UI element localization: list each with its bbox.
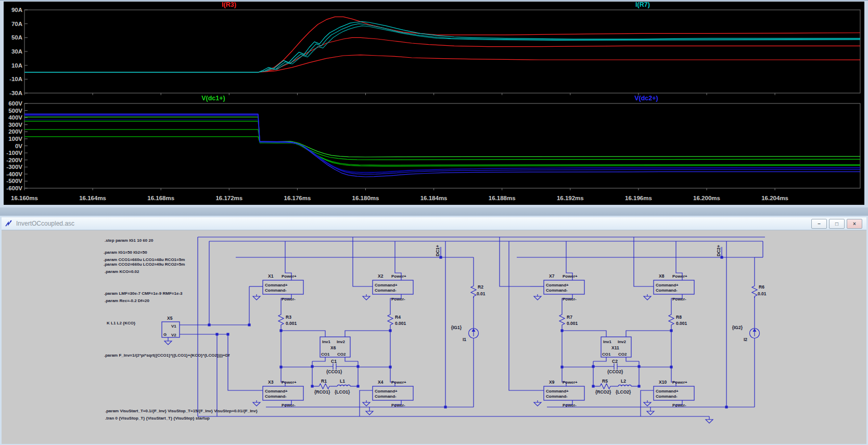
window-title: InvertOCcoupled.asc (16, 220, 74, 227)
component-value[interactable]: {RCO2} (595, 389, 611, 395)
schematic-texts: .step param IG1 10 60 20.param IG1=50 IG… (104, 238, 767, 421)
schematic-label: Power- (282, 297, 296, 302)
plot-pane-currents[interactable]: 90A70A50A30A10A-10A-30AI(R3)I(R7) (9, 2, 860, 96)
block-name[interactable]: X8 (659, 273, 665, 279)
x-tick-label: 16.164ms (79, 195, 106, 201)
schematic-label: Command+ (375, 283, 398, 287)
trace-legend[interactable]: I(R7) (635, 2, 650, 8)
spice-directive[interactable]: .param Rec=-0.2 Df=20 (105, 298, 149, 303)
trace-legend[interactable]: V(dc2+) (634, 95, 658, 102)
component-value[interactable]: {CCO1} (326, 369, 342, 374)
x-tick-label: 16.168ms (147, 195, 174, 201)
spice-directive[interactable]: .tran 0 {VisuStop_T} {VisuStart_T} {Visu… (105, 416, 210, 421)
schematic-label: CO1 (602, 352, 611, 357)
spice-directive[interactable]: .param KCO=0.02 (105, 269, 139, 274)
spice-directive[interactable]: .param CCO1=660u LCO1=48u RCO1=5m (104, 257, 185, 262)
y-tick-label: -500V (6, 178, 22, 184)
component-name[interactable]: R8 (676, 315, 682, 320)
component-value[interactable]: {IG2} (732, 325, 743, 330)
schematic-label: Command- (265, 394, 287, 399)
close-button[interactable]: × (847, 219, 862, 229)
schematic-label: Power+ (672, 380, 687, 385)
block-name[interactable]: X11 (611, 345, 619, 350)
component-name[interactable]: C1 (331, 359, 337, 364)
y-tick-label: 10A (11, 62, 22, 69)
component-value[interactable]: {LCO1} (335, 389, 350, 395)
spice-directive[interactable]: .param F_Inv=1/(2*pi*sqrt({CCO1}*({LCO1}… (104, 353, 230, 358)
schematic-label: G (163, 332, 167, 337)
block-name[interactable]: X2 (378, 273, 384, 279)
schematic-titlebar[interactable]: InvertOCcoupled.asc – □ × (2, 217, 866, 230)
component-name[interactable]: L1 (340, 378, 345, 384)
y-tick-label: 200V (8, 128, 22, 135)
component-name[interactable]: R3 (286, 315, 291, 320)
trace-legend[interactable]: V(dc1+) (201, 95, 225, 102)
schematic-label: Power- (282, 403, 296, 408)
schematic-label: Power- (391, 403, 405, 408)
waveform-plot[interactable]: 90A70A50A30A10A-10A-30AI(R3)I(R7)600V500… (4, 2, 864, 205)
schematic-canvas[interactable]: .step param IG1 10 60 20.param IG1=50 IG… (2, 230, 866, 444)
component-value[interactable]: 0.01 (758, 291, 767, 296)
spice-directive[interactable]: .param VisuStart_T=0.1/{F_Inv} VisuStop_… (105, 409, 258, 413)
x-tick-label: 16.160ms (11, 195, 38, 201)
block-name[interactable]: X9 (549, 379, 555, 385)
component-name[interactable]: C2 (612, 359, 618, 364)
plot-pane-voltages[interactable]: 600V500V400V300V200V100V0V-100V-200V-300… (6, 95, 860, 191)
schematic-label: Command+ (265, 283, 288, 287)
spice-directive[interactable]: .step param IG1 10 60 20 (105, 238, 154, 243)
component-name[interactable]: I1 (463, 337, 466, 342)
net-label[interactable]: DC2+ (716, 245, 721, 256)
spice-directive[interactable]: .param IG1=50 IG2=50 (104, 250, 147, 255)
y-tick-label: 400V (8, 114, 22, 121)
spice-directive[interactable]: .param CCO2=660u LCO2=49u RCO2=5m (104, 262, 185, 267)
waveform-trace (24, 117, 860, 157)
component-value[interactable]: {IG1} (451, 325, 462, 330)
component-name[interactable]: I2 (744, 337, 747, 342)
component-value[interactable]: 0.001 (286, 321, 297, 326)
component-value[interactable]: {CCO2} (607, 369, 623, 374)
schematic-label: Power+ (672, 274, 687, 279)
schematic-label: Power- (672, 297, 686, 302)
y-tick-label: 50A (11, 34, 22, 41)
x-tick-label: 16.188ms (489, 195, 516, 201)
pane-border (24, 10, 860, 93)
component-name[interactable]: R5 (602, 378, 608, 384)
block-name[interactable]: X1 (268, 273, 274, 279)
component-name[interactable]: R1 (321, 378, 327, 384)
coupling-directive[interactable]: K L1 L2 {KCO} (107, 321, 135, 325)
component-name[interactable]: L2 (621, 378, 626, 384)
component-name[interactable]: R4 (395, 315, 401, 320)
component-value[interactable]: {RCO1} (314, 389, 330, 395)
waveform-trace (24, 137, 860, 166)
x-tick-label: 16.172ms (215, 195, 242, 201)
component-value[interactable]: 0.001 (395, 321, 406, 326)
component-name[interactable]: R7 (567, 315, 572, 320)
schematic-label: Power- (563, 403, 577, 408)
x-tick-label: 16.184ms (420, 195, 448, 201)
trace-legend[interactable]: I(R3) (222, 2, 236, 8)
minimize-button[interactable]: – (811, 219, 827, 229)
block-name[interactable]: X10 (659, 379, 667, 385)
schematic-label: CO2 (618, 352, 627, 357)
y-tick-label: -10A (9, 76, 22, 82)
component-name[interactable]: R2 (478, 284, 483, 290)
waveform-window: 90A70A50A30A10A-10A-30AI(R3)I(R7)600V500… (0, 0, 868, 207)
component-value[interactable]: 0.001 (676, 321, 687, 326)
net-label[interactable]: DC1+ (435, 245, 440, 256)
block-name[interactable]: X6 (330, 345, 336, 350)
component-name[interactable]: R6 (759, 284, 764, 290)
schematic-label: CO1 (321, 352, 330, 357)
x5-name[interactable]: X5 (167, 316, 173, 321)
block-name[interactable]: X3 (268, 379, 274, 385)
block-name[interactable]: X4 (378, 379, 384, 385)
schematic-label: Inv1 (322, 339, 331, 344)
component-value[interactable]: {LCO2} (616, 389, 631, 395)
schematic-label: Inv2 (618, 339, 627, 344)
block-name[interactable]: X7 (549, 273, 555, 279)
component-value[interactable]: 0.001 (567, 321, 578, 326)
restore-button[interactable]: □ (829, 219, 845, 229)
component-value[interactable]: 0.01 (477, 291, 486, 296)
spice-directive[interactable]: .param LMF=30e-7 CMF=1e-9 RMF=1e-3 (104, 291, 183, 296)
schematic-label: Power- (672, 403, 686, 408)
x-tick-label: 16.200ms (693, 195, 720, 201)
